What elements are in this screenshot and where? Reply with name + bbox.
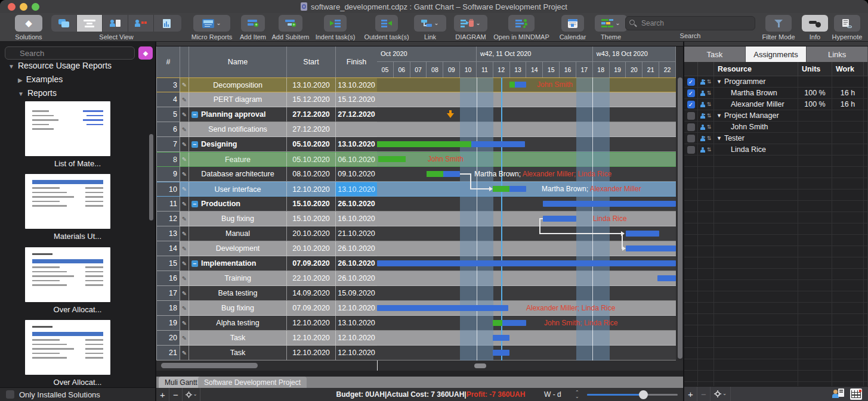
resource-checkbox[interactable]: ✓ [687, 89, 695, 97]
calendar-grid-button[interactable] [850, 388, 862, 400]
resource-name-cell[interactable]: Linda Rice [714, 144, 798, 155]
sort-arrows-icon[interactable]: ⇅ [707, 135, 712, 141]
col-header-num[interactable]: # [156, 46, 180, 77]
resource-units-cell[interactable]: 100 % [798, 99, 832, 110]
gantt-bar[interactable] [543, 201, 676, 207]
task-name-cell[interactable]: −Production [189, 197, 286, 212]
empty-resource-row[interactable] [684, 280, 868, 291]
table-row[interactable]: 10✎User interface12.10.202013.10.2020 [156, 182, 377, 197]
empty-resource-row[interactable] [684, 269, 868, 280]
task-name-cell[interactable]: Development [189, 241, 286, 256]
report-thumbnail[interactable] [25, 101, 110, 156]
sidebar-search-input[interactable] [5, 46, 135, 60]
empty-resource-row[interactable] [684, 156, 868, 167]
collapse-icon[interactable]: − [191, 201, 198, 207]
task-name-cell[interactable]: −Implementation [189, 256, 286, 271]
sidebar-tree-item-examples[interactable]: ▶Examples [18, 74, 63, 84]
resource-options-button[interactable]: ⌄ [711, 387, 731, 401]
view-resource-list-button[interactable] [103, 15, 128, 32]
sort-arrows-icon[interactable]: ⇅ [707, 90, 712, 96]
table-row[interactable]: 8✎Feature05.10.202006.10.2020 [156, 152, 377, 167]
resource-name-cell[interactable]: John Smith [714, 122, 798, 132]
day-cell[interactable]: 08 [427, 62, 443, 77]
empty-resource-row[interactable] [684, 246, 868, 257]
resource-units-cell[interactable]: 100 % [798, 88, 832, 98]
empty-resource-row[interactable] [684, 337, 868, 348]
task-name-cell[interactable]: PERT diagram [189, 92, 286, 107]
day-cell[interactable]: 05 [377, 62, 394, 77]
sort-arrows-icon[interactable]: ⇅ [707, 147, 712, 153]
document-tab-inactive[interactable]: Software Development Project [198, 377, 307, 388]
task-name-cell[interactable]: Feature [189, 152, 286, 167]
task-name-cell[interactable]: Decomposition [189, 77, 286, 92]
task-finish-cell[interactable]: 26.10.2020 [335, 241, 377, 256]
task-start-cell[interactable]: 27.12.2020 [286, 122, 335, 137]
resource-work-cell[interactable]: 16 h [832, 88, 864, 98]
day-cell[interactable]: 13 [510, 62, 527, 77]
empty-resource-row[interactable] [684, 212, 868, 223]
add-resource-button[interactable]: + [684, 387, 697, 401]
task-finish-cell[interactable]: 13.10.2020 [335, 316, 377, 331]
task-finish-cell[interactable]: 12.10.2020 [335, 301, 377, 316]
table-row[interactable]: 7✎−Designing05.10.202013.10.2020 [156, 137, 377, 152]
resource-work-cell[interactable] [832, 110, 864, 121]
col-header-name[interactable]: Name [189, 46, 286, 77]
resource-checkbox[interactable]: ✓ [687, 101, 695, 108]
table-row[interactable]: 4✎PERT diagram15.12.202015.12.2020 [156, 92, 377, 107]
resource-row[interactable]: ⇅▼Project Manager [684, 110, 868, 122]
table-row[interactable]: 14✎Development20.10.202026.10.2020 [156, 241, 377, 256]
task-name-cell[interactable]: Training [189, 271, 286, 286]
table-row[interactable]: 16✎Training22.10.202026.10.2020 [156, 271, 377, 286]
task-start-cell[interactable]: 15.10.2020 [286, 197, 335, 212]
task-finish-cell[interactable]: 09.10.2020 [335, 167, 377, 182]
only-installed-checkbox[interactable] [6, 390, 14, 399]
empty-resource-row[interactable] [684, 223, 868, 235]
task-name-cell[interactable]: Manual [189, 226, 286, 241]
day-cell[interactable]: 12 [493, 62, 510, 77]
day-cell[interactable]: 14 [526, 62, 543, 77]
resource-work-cell[interactable] [832, 122, 864, 132]
day-cell[interactable]: 20 [626, 62, 642, 77]
remove-row-button[interactable]: − [169, 388, 183, 401]
task-finish-cell[interactable]: 12.10.2020 [335, 346, 377, 360]
zoom-slider-knob[interactable] [639, 390, 648, 399]
resource-row[interactable]: ⇅John Smith [684, 122, 868, 133]
task-name-cell[interactable]: −Planning approval [189, 107, 286, 122]
solutions-button[interactable]: ◆ Solutions [8, 15, 49, 41]
resource-units-cell[interactable] [798, 110, 832, 121]
task-name-cell[interactable]: User interface [189, 182, 286, 197]
task-finish-cell[interactable]: 27.12.2020 [335, 107, 377, 122]
sort-arrows-icon[interactable]: ⇅ [707, 101, 712, 107]
empty-resource-row[interactable] [684, 325, 868, 337]
col-work[interactable]: Work [832, 62, 864, 76]
row-options-button[interactable]: ⌄ [183, 388, 200, 401]
table-row[interactable]: 17✎Beta testing14.09.202015.09.2020 [156, 286, 377, 301]
collapse-icon[interactable]: − [191, 111, 198, 118]
task-finish-cell[interactable] [335, 122, 377, 137]
task-start-cell[interactable]: 13.10.2020 [286, 77, 335, 92]
task-start-cell[interactable]: 12.10.2020 [286, 346, 335, 360]
table-row[interactable]: 11✎−Production15.10.202026.10.2020 [156, 197, 377, 212]
task-start-cell[interactable]: 14.09.2020 [286, 286, 335, 301]
task-name-cell[interactable]: Task [189, 331, 286, 346]
resource-work-cell[interactable] [832, 144, 864, 155]
task-name-cell[interactable]: Database architecture [189, 167, 286, 182]
empty-resource-row[interactable] [684, 167, 868, 178]
document-tab-active[interactable]: Muli Gantt [159, 377, 203, 388]
resource-checkbox[interactable] [687, 146, 695, 154]
resource-checkbox[interactable] [687, 112, 695, 120]
empty-resource-row[interactable] [684, 291, 868, 303]
task-finish-cell[interactable]: 26.10.2020 [335, 197, 377, 212]
view-report-button[interactable] [154, 15, 180, 32]
task-finish-cell[interactable]: 13.10.2020 [335, 137, 377, 152]
resource-work-cell[interactable] [832, 76, 864, 87]
table-row[interactable]: 21✎Task12.10.202012.10.2020 [156, 346, 377, 360]
task-start-cell[interactable]: 15.10.2020 [286, 212, 335, 226]
empty-resource-row[interactable] [684, 235, 868, 246]
resource-checkbox[interactable]: ✓ [687, 78, 695, 86]
sidebar-scrollbar[interactable] [149, 134, 153, 220]
gantt-bar[interactable] [509, 82, 526, 88]
table-row[interactable]: 5✎−Planning approval27.12.202027.12.2020 [156, 107, 377, 122]
sort-arrows-icon[interactable]: ⇅ [707, 124, 712, 130]
day-cell[interactable]: 22 [659, 62, 676, 77]
